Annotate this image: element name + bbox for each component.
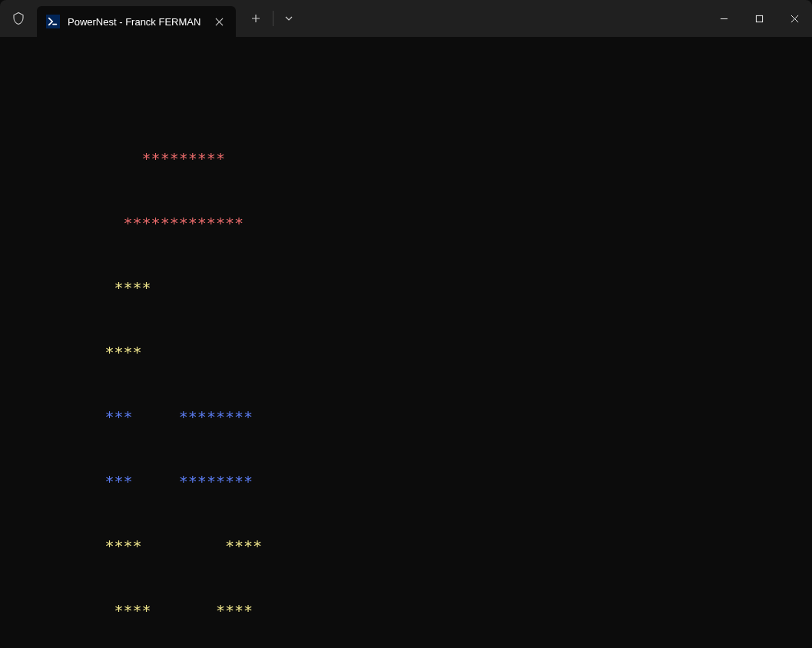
ascii-line: **** xyxy=(12,341,800,363)
tab-title: PowerNest - Franck FERMAN xyxy=(68,16,201,28)
titlebar: PowerNest - Franck FERMAN xyxy=(0,0,812,37)
tab-powernest[interactable]: PowerNest - Franck FERMAN xyxy=(37,6,236,37)
ascii-line: *** ******** xyxy=(12,406,800,427)
maximize-button[interactable] xyxy=(741,0,777,37)
window-controls xyxy=(706,0,812,37)
titlebar-left: PowerNest - Franck FERMAN xyxy=(0,0,301,37)
ascii-line: ************* xyxy=(12,212,800,234)
ascii-line: *** ******** xyxy=(12,470,800,492)
tab-dropdown-button[interactable] xyxy=(277,5,301,32)
terminal-window: PowerNest - Franck FERMAN xyxy=(0,0,812,648)
minimize-button[interactable] xyxy=(706,0,741,37)
ascii-line: **** **** xyxy=(12,600,800,621)
ascii-art-logo: ********* ************* **** **** *** **… xyxy=(12,105,800,648)
shield-icon[interactable] xyxy=(0,0,37,37)
svg-rect-0 xyxy=(756,15,762,22)
close-tab-button[interactable] xyxy=(211,14,227,29)
new-tab-button[interactable] xyxy=(242,5,270,32)
ascii-line: **** **** xyxy=(12,535,800,557)
powershell-icon xyxy=(46,15,60,28)
separator xyxy=(273,11,273,26)
terminal-content[interactable]: ********* ************* **** **** *** **… xyxy=(0,37,812,648)
ascii-line: ********* xyxy=(12,148,800,169)
close-window-button[interactable] xyxy=(777,0,812,37)
ascii-line: **** xyxy=(12,277,800,298)
